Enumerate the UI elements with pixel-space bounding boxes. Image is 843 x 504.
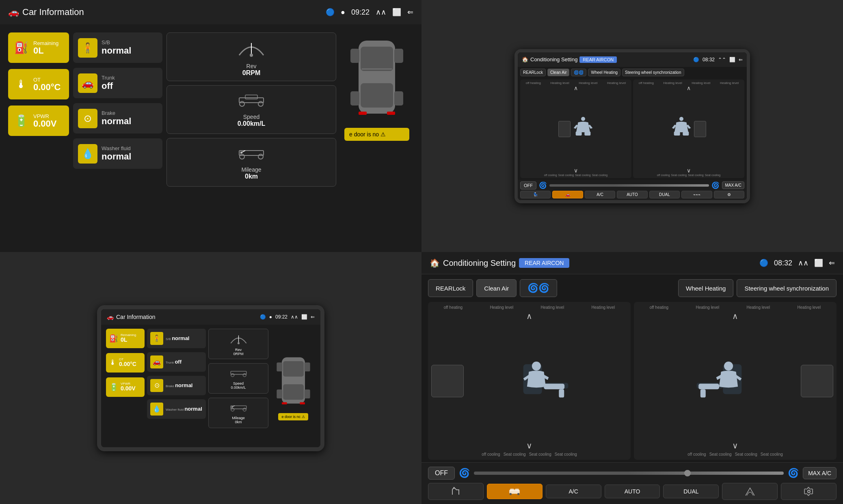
steering-sync-btn-small[interactable]: Steering wheel synchronization: [622, 69, 684, 76]
fan-row: OFF 🌀 🌀 MAX A/C: [428, 467, 837, 480]
svg-rect-41: [304, 390, 310, 398]
clean-air-btn-small[interactable]: Clean Air: [547, 69, 570, 76]
header-time: 09:22: [351, 8, 370, 17]
mini-body: ⛽ Remaining 0L 🌡 OT 0.00°C: [101, 325, 320, 447]
dual-btn-small[interactable]: DUAL: [649, 191, 680, 198]
back-icon-large: ⇐: [829, 258, 835, 267]
settings-btn-large[interactable]: [781, 483, 837, 500]
car-front-btn[interactable]: [487, 484, 543, 499]
mini-header: 🚗 Car Information 🔵 ● 09:22 ∧∧ ⬜ ⇐: [101, 309, 320, 325]
minimize-icon: ⬜: [729, 57, 735, 62]
chevron-down-left-small[interactable]: ∨: [574, 167, 578, 174]
mini-trunk-value: off: [175, 359, 182, 365]
svg-rect-16: [394, 91, 403, 106]
max-ac-btn-large[interactable]: MAX A/C: [803, 467, 837, 479]
svg-point-54: [453, 487, 455, 489]
svg-rect-40: [277, 390, 282, 398]
car-ac-btn-small[interactable]: 🚗: [552, 191, 583, 198]
svg-rect-18: [387, 112, 395, 115]
svg-rect-52: [698, 383, 719, 389]
rear-aircon-badge: REAR AIRCON: [579, 56, 617, 63]
time-display: 08:32: [702, 57, 715, 62]
svg-rect-25: [683, 131, 689, 136]
auto-btn-large[interactable]: AUTO: [605, 485, 660, 498]
ac-title-text: Conditioning Setting: [530, 56, 577, 62]
seat-heat-btn-small[interactable]: 💺: [520, 191, 551, 198]
washer-item: 💧 Washer fluid normal: [73, 138, 162, 169]
fan-slider-small[interactable]: [549, 184, 709, 187]
seat-heat-action-btn[interactable]: [428, 483, 484, 500]
chevron-down-left-large[interactable]: ∨: [526, 441, 532, 450]
car-info-panel: 🚗 Car Information 🔵 ● 09:22 ∧∧ ⬜ ⇐ ⛽ Rem…: [0, 0, 422, 252]
mini-signal: ∧∧: [291, 314, 298, 320]
device-frame-medium: 🚗 Car Information 🔵 ● 09:22 ∧∧ ⬜ ⇐ ⛽: [97, 305, 324, 451]
temp-box-left-small: [558, 121, 571, 137]
rearlock-btn-small[interactable]: REARLock: [520, 69, 546, 76]
right-heating-controls-small: off heating Heating level Heating level …: [635, 81, 743, 85]
svg-point-29: [243, 374, 246, 377]
chevron-up-right-large[interactable]: ∧: [732, 311, 738, 321]
ac-action-row-small: 💺 🚗 A/C AUTO DUAL ⌁⌁⌁ ⚙: [520, 191, 744, 198]
dual-btn-large[interactable]: DUAL: [663, 485, 719, 498]
ac-label-btn-small[interactable]: A/C: [585, 191, 615, 198]
mini-header-right: 🔵 ● 09:22 ∧∧ ⬜ ⇐: [260, 314, 315, 320]
rearlock-btn-large[interactable]: REARLock: [428, 279, 473, 297]
off-btn-small[interactable]: OFF: [520, 181, 536, 190]
right-temp-display: [801, 365, 833, 397]
chevron-up-left-large[interactable]: ∧: [526, 311, 532, 321]
svg-rect-37: [283, 384, 304, 400]
seatbelt-info: S/B normal: [102, 39, 131, 56]
settings-btn-small[interactable]: ⚙: [714, 191, 744, 198]
brake-item: ⊙ Brake normal: [73, 103, 162, 134]
temp-box-right-small: [694, 121, 706, 137]
mini-sb-value: normal: [172, 335, 189, 341]
mini-trunk-info: Trunk off: [166, 359, 182, 365]
chevron-down-right-large[interactable]: ∨: [732, 441, 738, 450]
ac-home-icon: 🏠: [522, 56, 528, 62]
mini-sb-label: S/B: [166, 337, 171, 341]
quadrant-bottom-left: 🚗 Car Information 🔵 ● 09:22 ∧∧ ⬜ ⇐ ⛽: [0, 252, 422, 504]
trunk-item: 🚗 Trunk off: [73, 68, 162, 98]
clean-air-btn-large[interactable]: Clean Air: [476, 279, 517, 297]
mini-voltage-card: 🔋 VPWR 0.00V: [106, 377, 145, 397]
svg-rect-13: [350, 49, 359, 63]
right-seat-person-svg: [693, 357, 746, 405]
signal-icon: ∧∧: [376, 8, 386, 17]
mini-rev-label: Rev: [235, 348, 242, 352]
mini-rev-icon: [229, 332, 248, 347]
max-ac-btn-small[interactable]: MAX A/C: [722, 181, 744, 189]
mini-battery-icon: 🔋: [109, 383, 118, 392]
mileage-value: 0km: [245, 173, 258, 180]
wheel-heating-btn-large[interactable]: Wheel Heating: [678, 279, 733, 297]
off-btn-large[interactable]: OFF: [428, 467, 455, 480]
mini-brake-info: Brake normal: [166, 382, 192, 388]
chevron-up-right-small[interactable]: ∧: [687, 85, 691, 91]
wiper-btn-small[interactable]: ⌁⌁⌁: [681, 191, 712, 198]
mini-rev-value: 0RPM: [233, 352, 243, 356]
fan-low-icon-small: 🌀: [539, 181, 547, 189]
washer-label: Washer fluid: [102, 145, 131, 151]
fan-btn-small[interactable]: 🌀🌀: [571, 69, 586, 76]
fan-combo-btn-large[interactable]: 🌀🌀: [520, 279, 557, 297]
ac-toggle-btn[interactable]: A/C: [546, 485, 601, 498]
svg-rect-14: [394, 49, 403, 63]
trunk-label: Trunk: [102, 75, 115, 81]
ac-main-buttons: REARLock Clean Air 🌀🌀 Wheel Heating Stee…: [422, 274, 843, 299]
svg-rect-39: [304, 362, 310, 371]
wiper-btn-large[interactable]: [722, 483, 778, 500]
brake-label: Brake: [102, 110, 131, 116]
steering-sync-btn-large[interactable]: Steering wheel synchronization: [737, 279, 837, 297]
seat-cool-1-right: Seat cooling: [671, 174, 687, 177]
chevron-down-right-small[interactable]: ∨: [687, 167, 691, 174]
fan-slider-large[interactable]: [474, 472, 784, 475]
mileage-gauge: Mileage 0km: [166, 138, 336, 187]
bt-icon: 🔵: [693, 57, 699, 62]
mini-door-alert: e door is nc ⚠: [278, 413, 308, 420]
chevron-up-left-small[interactable]: ∧: [574, 85, 578, 91]
left-seat-area: [431, 321, 627, 441]
wheel-heating-btn-small[interactable]: Wheel Heating: [588, 69, 620, 76]
svg-rect-57: [515, 489, 519, 491]
svg-rect-36: [283, 361, 304, 377]
bluetooth-icon: 🔵: [326, 8, 335, 17]
auto-btn-small[interactable]: AUTO: [617, 191, 647, 198]
